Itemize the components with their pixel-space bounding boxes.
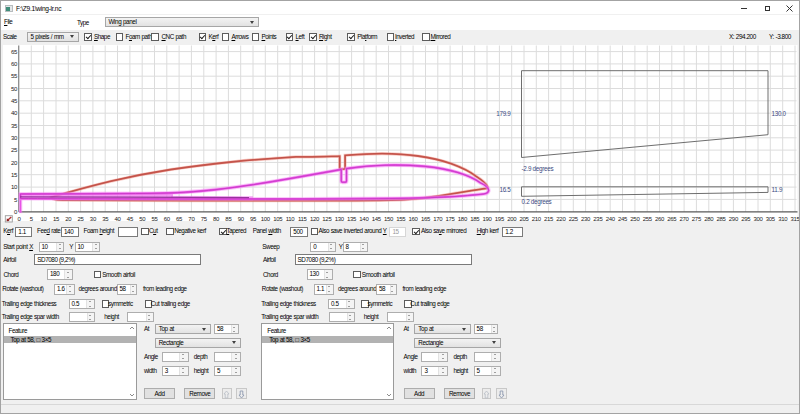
svg-text:260: 260 [655, 216, 665, 222]
svg-text:155: 155 [396, 216, 406, 222]
svg-text:120: 120 [310, 216, 320, 222]
svg-text:295: 295 [741, 216, 751, 222]
svg-text:170: 170 [433, 216, 443, 222]
svg-text:290: 290 [729, 216, 739, 222]
svg-text:250: 250 [630, 216, 640, 222]
svg-text:75: 75 [201, 216, 208, 222]
svg-text:115: 115 [298, 216, 308, 222]
svg-text:45: 45 [11, 98, 18, 104]
svg-text:20: 20 [65, 216, 72, 222]
svg-text:80: 80 [213, 216, 220, 222]
svg-text:60: 60 [11, 61, 18, 67]
svg-text:195: 195 [495, 216, 505, 222]
svg-text:180: 180 [458, 216, 468, 222]
svg-text:310: 310 [778, 216, 788, 222]
svg-text:135: 135 [347, 216, 357, 222]
svg-text:110: 110 [286, 216, 296, 222]
svg-text:160: 160 [409, 216, 419, 222]
svg-text:125: 125 [322, 216, 332, 222]
svg-text:15: 15 [53, 216, 60, 222]
svg-text:190: 190 [482, 216, 492, 222]
svg-text:0.2 degrees: 0.2 degrees [522, 198, 552, 206]
svg-text:300: 300 [753, 216, 763, 222]
svg-text:45: 45 [127, 216, 134, 222]
svg-text:35: 35 [102, 216, 109, 222]
svg-text:275: 275 [692, 216, 702, 222]
svg-text:280: 280 [704, 216, 714, 222]
svg-text:30: 30 [11, 135, 18, 141]
svg-text:65: 65 [176, 216, 183, 222]
svg-text:20: 20 [11, 160, 18, 166]
svg-text:270: 270 [680, 216, 690, 222]
svg-text:265: 265 [667, 216, 677, 222]
svg-text:225: 225 [569, 216, 579, 222]
svg-text:205: 205 [519, 216, 529, 222]
svg-text:95: 95 [250, 216, 257, 222]
svg-text:130.0: 130.0 [772, 110, 787, 117]
svg-text:235: 235 [593, 216, 603, 222]
svg-text:16.5: 16.5 [499, 186, 511, 193]
svg-text:55: 55 [151, 216, 158, 222]
svg-text:-2.9 degrees: -2.9 degrees [522, 165, 554, 173]
svg-text:50: 50 [11, 86, 18, 92]
svg-text:60: 60 [164, 216, 171, 222]
svg-text:25: 25 [11, 147, 18, 153]
svg-text:220: 220 [556, 216, 566, 222]
svg-text:150: 150 [384, 216, 394, 222]
svg-text:15: 15 [11, 172, 18, 178]
svg-text:55: 55 [11, 73, 18, 79]
svg-text:315: 315 [790, 216, 800, 222]
svg-text:105: 105 [273, 216, 283, 222]
svg-text:215: 215 [544, 216, 554, 222]
svg-text:285: 285 [717, 216, 727, 222]
svg-text:85: 85 [225, 216, 232, 222]
svg-text:230: 230 [581, 216, 591, 222]
svg-text:175: 175 [446, 216, 456, 222]
svg-text:130: 130 [335, 216, 345, 222]
svg-text:30: 30 [90, 216, 97, 222]
svg-text:210: 210 [532, 216, 542, 222]
svg-text:35: 35 [11, 123, 18, 129]
svg-text:70: 70 [188, 216, 195, 222]
svg-text:40: 40 [114, 216, 121, 222]
svg-text:100: 100 [261, 216, 271, 222]
svg-text:165: 165 [421, 216, 431, 222]
svg-text:305: 305 [766, 216, 776, 222]
svg-text:179.9: 179.9 [496, 110, 511, 117]
svg-text:90: 90 [238, 216, 245, 222]
svg-text:140: 140 [359, 216, 369, 222]
svg-text:50: 50 [139, 216, 146, 222]
svg-text:200: 200 [507, 216, 517, 222]
svg-text:245: 245 [618, 216, 628, 222]
svg-text:65: 65 [11, 49, 18, 55]
svg-text:240: 240 [606, 216, 616, 222]
svg-text:40: 40 [11, 110, 18, 116]
svg-text:185: 185 [470, 216, 480, 222]
svg-text:10: 10 [11, 184, 18, 190]
svg-text:145: 145 [372, 216, 382, 222]
svg-text:25: 25 [78, 216, 85, 222]
svg-text:255: 255 [643, 216, 653, 222]
svg-text:11.9: 11.9 [772, 186, 783, 193]
svg-text:10: 10 [41, 216, 48, 222]
